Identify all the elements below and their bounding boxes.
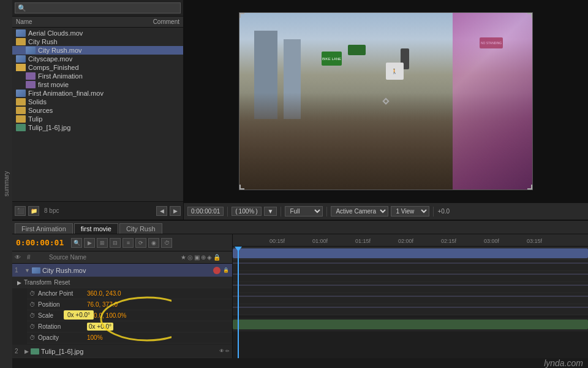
- tab-first-movie[interactable]: first movie: [74, 223, 118, 234]
- tool-btn-6[interactable]: ⟳: [135, 238, 146, 248]
- layer-type-icon-2: [31, 348, 39, 355]
- layer-name: City Rush.mov: [42, 267, 213, 274]
- list-item[interactable]: First Animation: [12, 72, 183, 80]
- folder-icon: [16, 107, 26, 114]
- stopwatch-icon-opacity[interactable]: ⏱: [29, 334, 38, 341]
- track-bar-2: [233, 320, 588, 329]
- list-item[interactable]: Cityscape.mov: [12, 55, 183, 63]
- scroll-left-button[interactable]: ◀: [156, 206, 167, 216]
- track-row-2: [233, 318, 588, 331]
- file-icon: [16, 55, 26, 63]
- list-item[interactable]: First Animation_final.mov: [12, 89, 183, 98]
- item-label: Tulip: [28, 115, 42, 123]
- tool-btn-8[interactable]: ⏱: [161, 238, 172, 248]
- expand-arrow[interactable]: ▼: [24, 267, 30, 274]
- list-item[interactable]: Aerial Clouds.mov: [12, 29, 183, 37]
- layer-row-2[interactable]: 2 ▶ Tulip_[1-6].jpg 👁 ✏: [12, 345, 232, 358]
- folder-open-icon: [16, 64, 26, 71]
- layer-type-icon: [32, 267, 40, 274]
- reset-button[interactable]: Reset: [54, 279, 70, 286]
- prop-value-anchor[interactable]: 360.0, 243.0: [87, 290, 121, 297]
- ctrl-icon: ★: [181, 254, 186, 261]
- property-row-opacity: ⏱ Opacity 100%: [27, 332, 232, 343]
- list-item[interactable]: first movie: [12, 80, 183, 89]
- list-item[interactable]: Tulip_[1-6].jpg: [12, 123, 183, 132]
- track-row-rotation: [233, 293, 588, 304]
- timecode-display[interactable]: 0:00:00:01: [187, 207, 224, 216]
- timeline-tabs: First Animation first movie City Rush: [12, 221, 588, 234]
- ctrl-icon6: 🔒: [213, 254, 221, 261]
- scroll-right-button[interactable]: ▶: [170, 206, 181, 216]
- expand-icon: ▶: [17, 280, 21, 286]
- tab-first-animation[interactable]: First Animation: [15, 223, 73, 234]
- stopwatch-icon-scale[interactable]: ⏱: [29, 312, 38, 319]
- track-bar-1: [233, 248, 588, 258]
- prop-name-opacity: Opacity: [38, 334, 87, 341]
- pencil-ctrl[interactable]: ✏: [225, 348, 230, 354]
- project-search-input[interactable]: [15, 2, 181, 13]
- quality-select[interactable]: Full Half Quarter: [285, 206, 323, 217]
- folder-button[interactable]: 📁: [28, 206, 39, 216]
- timecode-text: 0:00:00:01: [191, 208, 220, 215]
- ruler-mark-1: 01:00f: [312, 234, 328, 246]
- prop-name-rotation: Rotation: [38, 323, 87, 330]
- tool-btn-3[interactable]: ⊞: [97, 238, 108, 248]
- list-item[interactable]: City Rush.mov: [12, 46, 183, 55]
- preview-image: BIKE LANE NO STANDING 🚶: [239, 12, 533, 190]
- zoom-value: 100%: [239, 208, 255, 215]
- ruler-mark-15f: 00:15f: [270, 234, 285, 246]
- track-keyframe-scale: [233, 285, 588, 286]
- layer-number-2: 2: [15, 348, 24, 355]
- ruler-mark-3: 03:00f: [484, 234, 499, 246]
- expand-arrow-2[interactable]: ▶: [24, 348, 29, 355]
- lock-ctrl[interactable]: 🔒: [222, 267, 230, 274]
- prop-value-position[interactable]: 76.0, 377.0: [87, 301, 118, 308]
- tab-label: first movie: [81, 225, 111, 232]
- view-select[interactable]: 1 View 2 Views: [391, 206, 429, 217]
- layer-controls: 🔒: [213, 267, 230, 274]
- list-item[interactable]: Solids: [12, 98, 183, 106]
- eye-ctrl[interactable]: 👁: [219, 348, 224, 354]
- col-eye: 👁: [15, 254, 27, 261]
- list-item[interactable]: City Rush: [12, 37, 183, 46]
- corner-handle-br: [527, 185, 532, 190]
- timeline-area: First Animation first movie City Rush 0:…: [12, 220, 588, 358]
- timeline-timecode[interactable]: 0:00:00:01: [16, 238, 64, 247]
- playhead[interactable]: [238, 247, 239, 358]
- tool-btn-7[interactable]: ◉: [148, 238, 159, 248]
- tab-label: City Rush: [126, 225, 156, 232]
- stopwatch-icon-pos[interactable]: ⏱: [29, 301, 38, 308]
- track-keyframe-position: [233, 274, 588, 275]
- stopwatch-icon[interactable]: ⏱: [29, 290, 38, 297]
- search-tool-button[interactable]: 🔍: [71, 238, 82, 248]
- folder-icon: [16, 38, 26, 45]
- file-icon: [16, 29, 26, 37]
- track-row-1: [233, 247, 588, 260]
- list-item[interactable]: Tulip: [12, 115, 183, 123]
- item-label: Tulip_[1-6].jpg: [28, 124, 70, 131]
- ctrl-icon3: ▣: [194, 254, 200, 261]
- prop-value-rotation[interactable]: 0x +0.0°: [87, 323, 113, 331]
- prop-name-position: Position: [38, 301, 87, 308]
- tab-city-rush[interactable]: City Rush: [119, 223, 162, 234]
- layer-row[interactable]: 1 ▼ City Rush.mov 🔒: [12, 264, 232, 277]
- ctrl-icon2: ◎: [187, 254, 193, 261]
- camera-select[interactable]: Active Camera: [331, 206, 388, 217]
- stopwatch-icon-rotation[interactable]: ⏱: [29, 323, 38, 330]
- bottom-bar: lynda.com: [12, 358, 588, 368]
- item-label: First Animation: [38, 72, 83, 80]
- list-item[interactable]: Sources: [12, 106, 183, 115]
- list-item[interactable]: Comps_Finished: [12, 63, 183, 72]
- new-item-button[interactable]: ⬛: [15, 206, 26, 216]
- play-button[interactable]: ▶: [84, 238, 95, 248]
- track-row-position: [233, 271, 588, 282]
- transform-header[interactable]: ▶ Transform Reset: [12, 277, 232, 288]
- layer-column-headers: 👁 # Source Name ★ ◎ ▣ ⊕ ◈ 🔒: [12, 251, 232, 264]
- zoom-level-button[interactable]: ( 100% ): [232, 207, 261, 216]
- solo-button[interactable]: [213, 267, 221, 274]
- property-row-anchor-point: ⏱ Anchor Point 360.0, 243.0: [27, 288, 232, 299]
- tool-btn-4[interactable]: ⊟: [110, 238, 121, 248]
- prop-value-opacity[interactable]: 100%: [87, 334, 103, 341]
- fit-button[interactable]: ▼: [264, 207, 277, 216]
- tool-btn-5[interactable]: ≡: [123, 238, 134, 248]
